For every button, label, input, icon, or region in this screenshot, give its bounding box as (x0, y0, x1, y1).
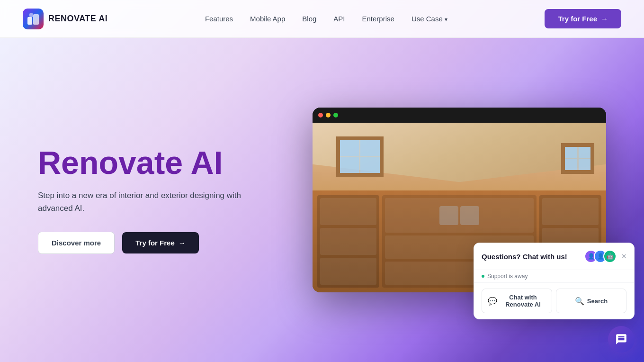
hero-buttons: Discover more Try for Free → (38, 232, 256, 254)
hero-title: Renovate AI (38, 146, 256, 180)
chat-fab-button[interactable] (608, 326, 635, 353)
chat-with-renovate-button[interactable]: 💬 Chat with Renovate AI (482, 289, 552, 313)
nav-links: Features Mobile App Blog API Enterprise … (205, 15, 447, 23)
chat-header: Questions? Chat with us! 👤 👤 🤖 × (474, 243, 634, 270)
hero-left-panel: Renovate AI Step into a new era of inter… (38, 146, 256, 254)
chat-title: Questions? Chat with us! (482, 253, 567, 261)
room-window-left (336, 136, 384, 177)
window-minimize-dot (326, 113, 331, 118)
room-window-right (561, 143, 594, 174)
nav-api[interactable]: API (333, 15, 345, 23)
nav-enterprise[interactable]: Enterprise (362, 15, 394, 23)
chat-actions: 💬 Chat with Renovate AI 🔍 Search (474, 283, 634, 319)
discover-more-button[interactable]: Discover more (38, 232, 115, 254)
svg-rect-1 (33, 14, 39, 25)
window-close-dot (318, 113, 323, 118)
hero-try-free-button[interactable]: Try for Free → (122, 232, 199, 253)
chat-search-button[interactable]: 🔍 Search (556, 289, 626, 313)
chat-icon: 💬 (488, 297, 497, 306)
nav-features[interactable]: Features (205, 15, 233, 23)
nav-use-case[interactable]: Use Case ▾ (411, 15, 447, 23)
window-chrome-bar (313, 108, 606, 123)
search-icon: 🔍 (575, 297, 584, 306)
hero-subtitle: Step into a new era of interior and exte… (38, 189, 256, 215)
chat-widget: Questions? Chat with us! 👤 👤 🤖 × Support… (474, 243, 635, 319)
logo-icon (23, 9, 44, 29)
brand-name: RENOVATE AI (48, 14, 107, 24)
chat-close-button[interactable]: × (621, 252, 626, 262)
navbar: RENOVATE AI Features Mobile App Blog API… (0, 0, 644, 38)
arrow-right-icon: → (601, 15, 608, 23)
chevron-down-icon: ▾ (445, 16, 447, 23)
status-indicator (482, 275, 484, 278)
logo-link[interactable]: RENOVATE AI (23, 9, 107, 29)
svg-rect-0 (27, 17, 32, 25)
avatar-3: 🤖 (603, 250, 617, 263)
nav-mobile-app[interactable]: Mobile App (250, 15, 285, 23)
chat-status: Support is away (474, 270, 634, 283)
nav-try-free-button[interactable]: Try for Free → (545, 9, 621, 28)
chat-avatars: 👤 👤 🤖 (588, 250, 617, 263)
nav-blog[interactable]: Blog (302, 15, 316, 23)
arrow-right-icon: → (179, 239, 186, 247)
svg-rect-2 (29, 13, 33, 17)
window-maximize-dot (333, 113, 338, 118)
